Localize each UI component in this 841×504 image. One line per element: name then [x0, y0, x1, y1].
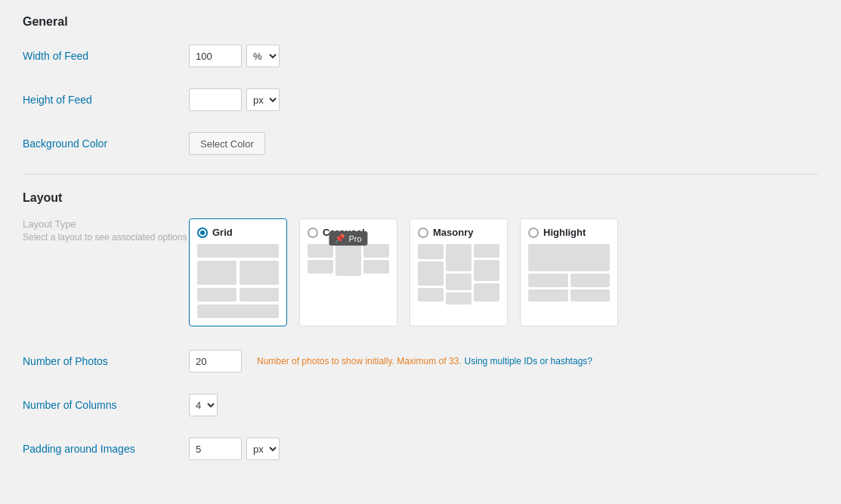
masonry-label: Masonry	[433, 227, 473, 238]
carousel-block-4	[363, 244, 389, 258]
number-of-columns-row: Number of Columns 1 2 3 4 5 6	[23, 391, 818, 419]
padding-around-images-unit-select[interactable]: px %	[246, 438, 280, 460]
number-of-photos-row: Number of Photos Number of photos to sho…	[23, 348, 818, 375]
height-of-feed-row: Height of Feed px %	[23, 86, 818, 113]
width-of-feed-row: Width of Feed % px	[23, 42, 818, 70]
layout-type-sublabel: Select a layout to see associated option…	[23, 231, 189, 244]
background-color-control: Select Color	[189, 132, 265, 155]
number-of-columns-control: 1 2 3 4 5 6	[189, 394, 218, 416]
width-of-feed-control: % px	[189, 45, 280, 67]
height-of-feed-label: Height of Feed	[23, 94, 189, 106]
grid-block-top	[197, 244, 279, 258]
grid-block-right-tall	[240, 261, 279, 285]
mp-block-2	[418, 261, 444, 286]
masonry-preview	[418, 244, 499, 305]
grid-block-bottom-wide	[197, 305, 279, 318]
mp-block-3	[418, 288, 444, 301]
layout-card-grid[interactable]: Grid	[189, 218, 287, 326]
layout-type-label-container: Layout Type Select a layout to see assoc…	[23, 218, 189, 244]
hp-block-1	[528, 274, 568, 287]
carousel-preview: 📌 Pro	[308, 244, 389, 276]
mp-block-5	[446, 274, 472, 290]
hp-block-main	[528, 244, 610, 271]
mp-block-6	[446, 292, 472, 305]
grid-preview	[197, 244, 279, 318]
background-color-row: Background Color Select Color	[23, 130, 818, 157]
layout-card-carousel[interactable]: Carousel	[299, 218, 397, 326]
hp-block-2	[570, 274, 611, 287]
layout-title: Layout	[23, 191, 818, 205]
number-of-photos-input[interactable]	[189, 350, 242, 373]
mp-block-8	[474, 260, 499, 281]
general-section: General Width of Feed % px Height of Fee…	[23, 15, 818, 157]
layout-type-label: Layout Type	[23, 218, 189, 230]
background-color-label: Background Color	[23, 138, 189, 150]
pin-icon: 📌	[335, 233, 345, 243]
width-of-feed-unit-select[interactable]: % px	[246, 45, 280, 67]
mp-block-9	[474, 283, 499, 301]
grid-block-bottom-left	[197, 288, 237, 301]
pro-badge-label: Pro	[348, 234, 361, 243]
padding-around-images-input[interactable]	[189, 438, 242, 460]
grid-block-bottom-right	[240, 288, 279, 301]
general-title: General	[23, 15, 818, 29]
grid-label: Grid	[212, 227, 233, 238]
width-of-feed-input[interactable]	[189, 45, 242, 67]
highlight-radio	[528, 227, 539, 238]
mp-block-4	[446, 244, 472, 271]
hp-block-3	[528, 289, 568, 301]
layout-options: Grid Carousel	[189, 218, 618, 326]
layout-section: Layout Layout Type Select a layout to se…	[23, 191, 818, 462]
layout-card-highlight[interactable]: Highlight	[520, 218, 618, 326]
carousel-block-3	[335, 244, 361, 276]
number-of-photos-hint: Number of photos to show initially. Maxi…	[257, 356, 462, 366]
carousel-block-2	[308, 260, 333, 274]
number-of-photos-control: Number of photos to show initially. Maxi…	[189, 350, 592, 373]
carousel-block-5	[363, 260, 389, 274]
number-of-columns-label: Number of Columns	[23, 399, 189, 411]
padding-around-images-row: Padding around Images px %	[23, 435, 818, 462]
layout-card-masonry[interactable]: Masonry	[410, 218, 508, 326]
width-of-feed-label: Width of Feed	[23, 50, 189, 62]
number-of-columns-select[interactable]: 1 2 3 4 5 6	[189, 394, 218, 416]
section-divider	[23, 174, 818, 175]
height-of-feed-input[interactable]	[189, 88, 242, 111]
padding-around-images-control: px %	[189, 438, 280, 460]
grid-block-left-tall	[197, 261, 237, 285]
select-color-button[interactable]: Select Color	[189, 132, 265, 155]
number-of-photos-label: Number of Photos	[23, 355, 189, 367]
highlight-label: Highlight	[543, 227, 586, 238]
mp-block-7	[474, 244, 499, 258]
carousel-block-1	[308, 244, 333, 258]
layout-type-row: Layout Type Select a layout to see assoc…	[23, 218, 818, 326]
mp-block-1	[418, 244, 444, 259]
height-of-feed-control: px %	[189, 88, 280, 111]
carousel-pro-badge: 📌 Pro	[329, 231, 367, 246]
padding-around-images-label: Padding around Images	[23, 443, 189, 455]
multiple-ids-link[interactable]: Using multiple IDs or hashtags?	[465, 356, 592, 366]
hp-block-4	[570, 289, 611, 301]
carousel-radio	[308, 227, 318, 238]
height-of-feed-unit-select[interactable]: px %	[246, 88, 280, 111]
grid-radio	[197, 227, 208, 238]
masonry-radio	[418, 227, 428, 238]
highlight-preview	[528, 244, 610, 301]
